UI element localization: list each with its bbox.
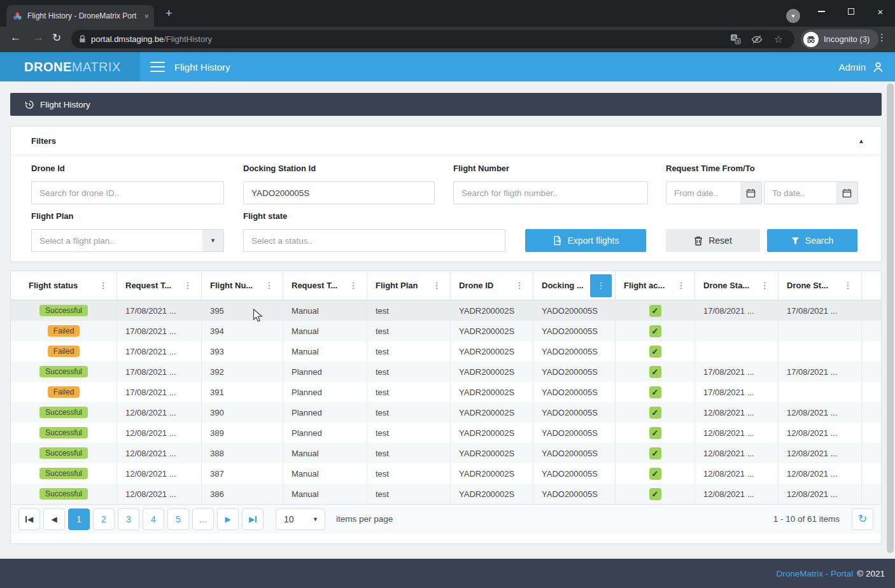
scrollbar-thumb[interactable]	[887, 83, 894, 553]
pager-page-button[interactable]: 2	[93, 508, 115, 530]
pager-page-button[interactable]: ...	[192, 508, 214, 530]
eye-off-icon[interactable]	[749, 34, 765, 45]
pager-last-button[interactable]: ▶	[242, 508, 264, 530]
column-menu-icon[interactable]: ⋮	[838, 276, 858, 296]
column-menu-icon[interactable]: ⋮	[178, 276, 198, 296]
dronematrix-logo: DRONEMATRIX	[24, 60, 121, 74]
column-menu-icon[interactable]: ⋮	[343, 276, 363, 296]
column-header: Docking ...⋮	[533, 271, 616, 300]
window-minimize-button[interactable]	[807, 0, 836, 23]
dropdown-caret-icon[interactable]: ▼	[202, 230, 223, 251]
footer-copyright: © 2021	[857, 569, 885, 578]
browser-tab[interactable]: Flight History - DroneMatrix Port ×	[6, 5, 154, 27]
table-row[interactable]: Failed17/08/2021 ...391PlannedtestYADR20…	[11, 382, 881, 402]
drone-id-input[interactable]	[31, 181, 224, 204]
column-header-filler	[862, 271, 881, 300]
calendar-icon[interactable]	[836, 182, 857, 204]
search-button[interactable]: Search	[767, 229, 857, 252]
address-bar[interactable]: portal.dmstaging.be/FlightHistory Aa ☆	[71, 30, 794, 48]
collapse-chevron-icon[interactable]: ▲	[858, 137, 864, 144]
footer: DroneMatrix - Portal © 2021	[0, 559, 895, 588]
cell-flight-status: Successful	[11, 300, 117, 321]
window-close-button[interactable]: ×	[866, 0, 895, 23]
incognito-profile-chip[interactable]: Incognito (3)	[801, 29, 878, 49]
forward-icon[interactable]: →	[33, 31, 44, 44]
table-row[interactable]: Successful12/08/2021 ...390PlannedtestYA…	[11, 402, 881, 423]
page-title-bar: Flight History	[10, 93, 882, 116]
pager-page-button[interactable]: 3	[118, 508, 139, 530]
table-row[interactable]: Failed17/08/2021 ...393ManualtestYADR200…	[11, 341, 881, 361]
table-row[interactable]: Successful12/08/2021 ...386ManualtestYAD…	[11, 484, 881, 504]
pager-page-button[interactable]: 1	[68, 508, 90, 530]
pager-page-button[interactable]: 5	[167, 508, 189, 530]
window-maximize-button[interactable]	[836, 0, 866, 23]
footer-link[interactable]: DroneMatrix - Portal	[776, 569, 853, 578]
table-row[interactable]: Successful12/08/2021 ...388ManualtestYAD…	[11, 443, 881, 463]
flight-ack-checkbox[interactable]: ✓	[649, 407, 661, 419]
logo-block[interactable]: DRONEMATRIX	[0, 52, 140, 81]
column-menu-icon[interactable]: ⋮	[426, 276, 447, 296]
column-label: Docking ...	[542, 281, 584, 290]
user-menu[interactable]: Admin	[838, 52, 885, 81]
refresh-button[interactable]: ↻	[852, 508, 873, 530]
pager-page-button[interactable]: 4	[143, 508, 164, 530]
flight-state-input[interactable]	[243, 229, 505, 252]
page-scrollbar[interactable]	[885, 81, 895, 559]
column-menu-icon[interactable]: ⋮	[754, 276, 775, 296]
to-date-input[interactable]: To date..	[764, 181, 858, 204]
hamburger-menu-icon[interactable]	[150, 62, 165, 72]
flight-ack-checkbox[interactable]: ✓	[649, 305, 661, 317]
flight-ack-checkbox[interactable]: ✓	[649, 325, 661, 337]
pager-first-button[interactable]: ◀	[18, 508, 40, 530]
chevron-down-circle-button[interactable]: ▼	[786, 9, 800, 23]
from-date-input[interactable]: From date..	[666, 181, 762, 204]
browser-menu-icon[interactable]: ⋮	[877, 32, 887, 43]
flight-plan-dropdown[interactable]: Select a flight plan.. ▼	[31, 229, 224, 252]
docking-station-input[interactable]	[243, 181, 435, 204]
flight-ack-checkbox[interactable]: ✓	[649, 427, 661, 439]
cell-drone-id: YADR200002S	[451, 300, 533, 321]
flight-ack-checkbox[interactable]: ✓	[649, 468, 661, 480]
column-header: Drone St...⋮	[779, 271, 862, 300]
back-icon[interactable]: ←	[10, 31, 21, 44]
flight-ack-checkbox[interactable]: ✓	[649, 346, 661, 358]
cell-request-type: Manual	[283, 463, 367, 484]
table-row[interactable]: Successful12/08/2021 ...387ManualtestYAD…	[11, 463, 881, 484]
bookmark-star-icon[interactable]: ☆	[770, 33, 787, 45]
logo-primary: DRONE	[24, 60, 72, 74]
column-menu-icon[interactable]: ⋮	[671, 276, 691, 296]
pager-prev-button[interactable]: ◀	[43, 508, 65, 530]
pager-next-button[interactable]: ▶	[217, 508, 239, 530]
calendar-icon[interactable]	[740, 182, 761, 204]
cell-drone-stop	[779, 321, 862, 341]
reset-label: Reset	[708, 235, 732, 246]
tab-close-icon[interactable]: ×	[144, 11, 149, 21]
column-menu-icon[interactable]: ⋮	[259, 276, 279, 296]
cell-flight-status: Successful	[11, 463, 117, 484]
flight-plan-placeholder: Select a flight plan..	[32, 236, 202, 246]
reset-button[interactable]: Reset	[666, 229, 760, 252]
filters-header[interactable]: Filters ▲	[11, 127, 881, 155]
page-size-dropdown[interactable]: 10 ▼	[276, 508, 325, 530]
cell-drone-start: 12/08/2021 ...	[695, 463, 779, 484]
cell-request-type: Planned	[283, 423, 367, 443]
flight-ack-checkbox[interactable]: ✓	[649, 386, 661, 398]
table-row[interactable]: Successful17/08/2021 ...392PlannedtestYA…	[11, 361, 881, 382]
cell-flight-ack: ✓	[616, 300, 695, 321]
column-menu-icon[interactable]: ⋮	[509, 276, 530, 296]
flight-number-input[interactable]	[453, 181, 648, 204]
new-tab-button[interactable]: +	[166, 7, 173, 20]
table-row[interactable]: Failed17/08/2021 ...394ManualtestYADR200…	[11, 321, 881, 341]
flight-ack-checkbox[interactable]: ✓	[649, 447, 661, 459]
translate-icon[interactable]: Aa	[727, 34, 743, 45]
table-row[interactable]: Successful17/08/2021 ...395ManualtestYAD…	[11, 300, 881, 321]
flight-ack-checkbox[interactable]: ✓	[649, 366, 661, 378]
export-flights-button[interactable]: Export flights	[525, 229, 646, 252]
cell-flight-plan: test	[367, 443, 451, 463]
table-row[interactable]: Successful12/08/2021 ...389PlannedtestYA…	[11, 423, 881, 443]
cell-request-type: Planned	[283, 382, 367, 402]
column-menu-icon[interactable]: ⋮	[93, 276, 113, 296]
reload-icon[interactable]: ↻	[52, 31, 61, 45]
flight-ack-checkbox[interactable]: ✓	[649, 488, 661, 500]
column-menu-icon[interactable]: ⋮	[590, 274, 612, 297]
